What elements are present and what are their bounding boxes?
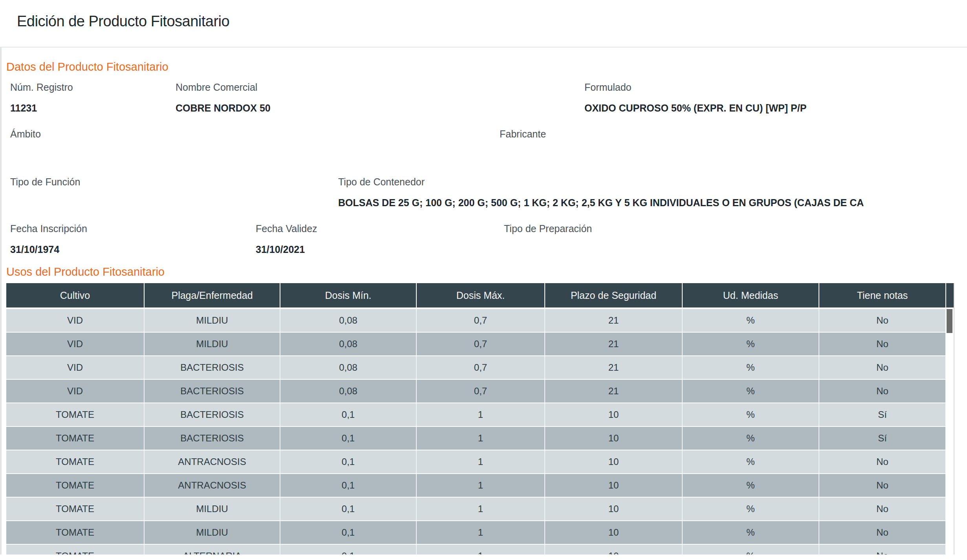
field-value: COBRE NORDOX 50 <box>176 101 271 115</box>
table-cell: No <box>819 450 945 473</box>
table-cell: % <box>683 521 819 544</box>
table-cell: 10 <box>545 427 682 450</box>
page-header: Edición de Producto Fitosanitario <box>0 0 967 48</box>
table-cell: MILDIU <box>145 521 280 544</box>
table-cell: BACTERIOSIS <box>145 427 280 450</box>
table-row: TOMATEANTRACNOSIS0,1110%No <box>6 474 954 497</box>
field-nombre-comercial: Nombre Comercial COBRE NORDOX 50 <box>176 81 271 115</box>
table-cell: 21 <box>545 380 682 403</box>
table-cell: TOMATE <box>6 498 144 520</box>
table-cell: 1 <box>417 521 544 544</box>
field-fecha-validez: Fecha Validez 31/10/2021 <box>256 222 317 256</box>
field-label: Fecha Inscripción <box>10 222 87 235</box>
field-label: Tipo de Contenedor <box>338 175 864 188</box>
table-cell: TOMATE <box>6 545 144 555</box>
table-cell: 0,7 <box>417 380 544 403</box>
field-tipo-funcion: Tipo de Función <box>10 175 80 209</box>
table-cell: VID <box>6 309 144 332</box>
table-cell: VID <box>6 356 144 379</box>
table-cell: % <box>683 498 819 520</box>
table-cell: 0,1 <box>280 427 416 450</box>
table-cell: 0,08 <box>280 356 416 379</box>
table-row: VIDMILDIU0,080,721%No <box>6 333 954 355</box>
table-cell: 21 <box>545 333 682 355</box>
table-cell: % <box>683 309 819 332</box>
table-cell: % <box>683 380 819 403</box>
field-value: OXIDO CUPROSO 50% (EXPR. EN CU) [WP] P/P <box>584 101 806 115</box>
table-cell: TOMATE <box>6 450 144 473</box>
table-cell: MILDIU <box>145 333 280 355</box>
table-cell: No <box>819 474 945 497</box>
table-cell: 0,7 <box>417 333 544 355</box>
table-cell: % <box>683 545 819 555</box>
table-row: TOMATEANTRACNOSIS0,1110%No <box>6 450 954 473</box>
column-header: Dosis Máx. <box>417 283 544 307</box>
field-value: 11231 <box>10 101 73 115</box>
table-row: TOMATEALTERNARIA0,1110%No <box>6 545 954 555</box>
table-cell: TOMATE <box>6 521 144 544</box>
usos-table-header: CultivoPlaga/EnfermedadDosis Mín.Dosis M… <box>6 283 954 307</box>
table-cell: No <box>819 498 945 520</box>
table-cell: BACTERIOSIS <box>145 380 280 403</box>
table-cell: ANTRACNOSIS <box>145 474 280 497</box>
table-cell: 10 <box>545 545 682 555</box>
field-value: 31/10/1974 <box>10 243 87 256</box>
field-value <box>504 243 592 256</box>
datos-section-heading: Datos del Producto Fitosanitario <box>6 60 168 74</box>
table-cell: % <box>683 333 819 355</box>
table-row: TOMATEBACTERIOSIS0,1110%Sí <box>6 403 954 426</box>
table-cell: TOMATE <box>6 427 144 450</box>
table-cell: No <box>819 521 945 544</box>
table-cell: 10 <box>545 403 682 426</box>
table-cell: 0,7 <box>417 356 544 379</box>
page-title: Edición de Producto Fitosanitario <box>17 12 229 31</box>
page: { "page": { "title": "Edición de Product… <box>0 0 967 560</box>
table-cell: 21 <box>545 356 682 379</box>
field-value <box>500 148 546 161</box>
usos-table-body: VIDMILDIU0,080,721%NoVIDMILDIU0,080,721%… <box>6 309 954 555</box>
table-cell: No <box>819 545 945 555</box>
field-label: Tipo de Función <box>10 175 80 188</box>
window-left-edge <box>0 0 2 555</box>
field-fecha-inscripcion: Fecha Inscripción 31/10/1974 <box>10 222 87 256</box>
field-value: 31/10/2021 <box>256 243 317 256</box>
table-cell: 10 <box>545 474 682 497</box>
field-label: Nombre Comercial <box>176 81 271 94</box>
table-cell: 0,1 <box>280 403 416 426</box>
table-cell: 0,08 <box>280 309 416 332</box>
table-cell: ANTRACNOSIS <box>145 450 280 473</box>
table-cell: 21 <box>545 309 682 332</box>
column-header-clipped <box>946 283 954 307</box>
table-cell: MILDIU <box>145 309 280 332</box>
table-cell: % <box>683 474 819 497</box>
table-cell: TOMATE <box>6 474 144 497</box>
table-cell: BACTERIOSIS <box>145 356 280 379</box>
field-label: Tipo de Preparación <box>504 222 592 235</box>
usos-table: CultivoPlaga/EnfermedadDosis Mín.Dosis M… <box>6 283 954 555</box>
table-cell: 0,1 <box>280 545 416 555</box>
vertical-scrollbar-thumb[interactable] <box>947 309 952 333</box>
table-row: VIDBACTERIOSIS0,080,721%No <box>6 356 954 379</box>
table-cell: 0,1 <box>280 474 416 497</box>
table-cell: 0,1 <box>280 498 416 520</box>
table-row: VIDMILDIU0,080,721%No <box>6 309 954 332</box>
field-label: Fabricante <box>500 127 546 141</box>
table-cell: 10 <box>545 521 682 544</box>
column-header: Ud. Medidas <box>683 283 819 307</box>
table-row: VIDBACTERIOSIS0,080,721%No <box>6 380 954 403</box>
table-cell: % <box>683 450 819 473</box>
table-cell: 1 <box>417 427 544 450</box>
field-label: Formulado <box>584 81 806 94</box>
table-cell: 0,1 <box>280 450 416 473</box>
column-header: Plazo de Seguridad <box>545 283 682 307</box>
field-tipo-preparacion: Tipo de Preparación <box>504 222 592 256</box>
table-cell: 0,7 <box>417 309 544 332</box>
table-cell: Sí <box>819 403 945 426</box>
vertical-scrollbar-track[interactable] <box>945 309 954 555</box>
table-cell: MILDIU <box>145 498 280 520</box>
column-header: Cultivo <box>6 283 144 307</box>
table-cell: 10 <box>545 450 682 473</box>
table-row: TOMATEMILDIU0,1110%No <box>6 498 954 520</box>
field-value <box>10 148 41 161</box>
table-cell: 10 <box>545 498 682 520</box>
